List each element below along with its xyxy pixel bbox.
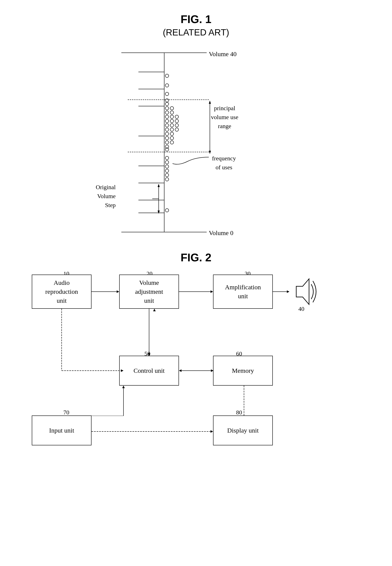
fig2-diagram: 10 20 30 40 50 60 70 80 Audioreproductio… — [25, 270, 367, 484]
fig2-section: FIG. 2 10 20 30 40 50 60 70 80 Audiorepr… — [17, 251, 375, 484]
dot-3 — [165, 92, 169, 96]
tick-5 — [139, 166, 164, 166]
memory-block: Memory — [213, 356, 273, 386]
dot-22 — [165, 132, 169, 136]
dot-11 — [170, 115, 174, 119]
dot-27 — [170, 140, 174, 144]
volume-block: Volumeadjustmentunit — [119, 275, 179, 309]
principal-label: principalvolume userange — [211, 104, 238, 131]
svg-marker-11 — [210, 290, 213, 293]
tick-3 — [139, 106, 164, 106]
tick-1 — [139, 72, 164, 72]
page: FIG. 1 (RELATED ART) — [0, 0, 392, 566]
display-block: Display unit — [213, 416, 273, 445]
fig1-diagram: Volume 40 Volume 0 principalvolume usera… — [89, 46, 303, 238]
amplification-block: Amplificationunit — [213, 275, 273, 309]
tick-2 — [139, 89, 164, 89]
svg-marker-4 — [158, 184, 160, 187]
dot-9 — [170, 111, 174, 114]
dot-21 — [175, 128, 179, 132]
svg-marker-22 — [121, 369, 124, 372]
arrow-input-control — [59, 386, 126, 416]
speaker-symbol — [288, 275, 320, 309]
dot-35 — [165, 178, 169, 181]
arrow-display-control — [242, 386, 246, 416]
tick-6 — [139, 183, 164, 183]
svg-marker-18 — [148, 353, 150, 356]
dot-20 — [170, 128, 174, 132]
arrow-amp-speaker — [273, 289, 290, 294]
arrow-volume-amp — [179, 289, 213, 294]
svg-marker-16 — [211, 369, 213, 372]
dot-2 — [165, 84, 169, 87]
dot-26 — [165, 140, 169, 144]
dot-7 — [170, 106, 174, 110]
dot-19 — [165, 128, 169, 132]
dot-32 — [165, 164, 169, 168]
svg-marker-25 — [122, 386, 125, 388]
input-block: Input unit — [32, 416, 92, 445]
svg-marker-9 — [117, 290, 119, 293]
vol0-line — [121, 232, 207, 232]
vol0-label: Volume 0 — [209, 229, 233, 237]
dot-36 — [165, 209, 169, 212]
vol40-label: Volume 40 — [209, 50, 237, 58]
dot-12 — [175, 115, 179, 119]
control-block: Control unit — [119, 356, 179, 386]
svg-marker-15 — [179, 369, 182, 372]
dot-13 — [165, 119, 169, 123]
arrow-volume-control — [147, 309, 151, 356]
freq-label: frequencyof uses — [212, 154, 236, 172]
dot-31 — [165, 160, 169, 164]
dot-6 — [165, 106, 169, 110]
dot-29 — [165, 148, 169, 151]
svg-marker-13 — [287, 290, 289, 293]
dot-1 — [165, 74, 169, 78]
svg-marker-5 — [158, 210, 160, 214]
svg-marker-27 — [210, 430, 213, 433]
freq-curve — [170, 151, 213, 168]
svg-marker-19 — [153, 309, 156, 311]
dot-10 — [165, 115, 169, 119]
fig1-section: FIG. 1 (RELATED ART) — [17, 13, 375, 238]
dot-15 — [175, 119, 179, 123]
dot-25 — [170, 136, 174, 140]
fig2-title: FIG. 2 — [17, 251, 375, 264]
arrow-control-up — [152, 309, 156, 356]
dot-23 — [170, 132, 174, 136]
orig-vol-label: OriginalVolumeStep — [96, 183, 116, 210]
dot-34 — [165, 173, 169, 177]
fig1-subtitle: (RELATED ART) — [17, 27, 375, 38]
dot-17 — [170, 123, 174, 127]
arrow-input-display — [92, 429, 213, 434]
principal-arrow — [208, 101, 212, 154]
audio-block: Audioreproductionunit — [32, 275, 92, 309]
arrow-audio-volume — [92, 289, 120, 294]
tick-4 — [139, 136, 164, 136]
dashed-audio-control — [59, 309, 126, 373]
dot-4 — [165, 98, 169, 102]
dot-24 — [165, 136, 169, 140]
dot-5 — [165, 102, 169, 106]
arrow-control-memory — [179, 369, 213, 373]
dot-8 — [165, 111, 169, 114]
svg-marker-1 — [209, 101, 211, 104]
orig-arrow — [152, 184, 165, 214]
dot-33 — [165, 169, 169, 173]
dot-18 — [175, 123, 179, 127]
label-80: 80 — [236, 409, 242, 416]
dot-30 — [165, 156, 169, 160]
dot-16 — [165, 123, 169, 127]
fig1-title: FIG. 1 — [17, 13, 375, 26]
dot-14 — [170, 119, 174, 123]
svg-marker-7 — [296, 279, 309, 304]
